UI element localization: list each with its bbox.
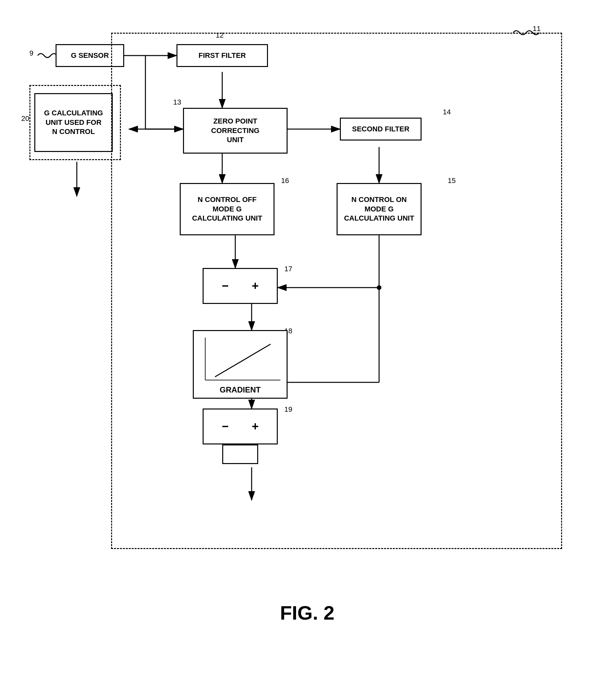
g-calc-unit-block: G CALCULATING UNIT USED FOR N CONTROL bbox=[34, 93, 113, 152]
ref-20: 20 bbox=[21, 114, 29, 123]
ref-9: 9 bbox=[29, 49, 33, 58]
ref11-line bbox=[513, 29, 539, 37]
diagram-container: 9 G SENSOR 12 FIRST FILTER 13 ZERO POINT… bbox=[20, 13, 595, 634]
outer-dashed-box bbox=[111, 33, 562, 549]
fig-title: FIG. 2 bbox=[280, 602, 335, 624]
